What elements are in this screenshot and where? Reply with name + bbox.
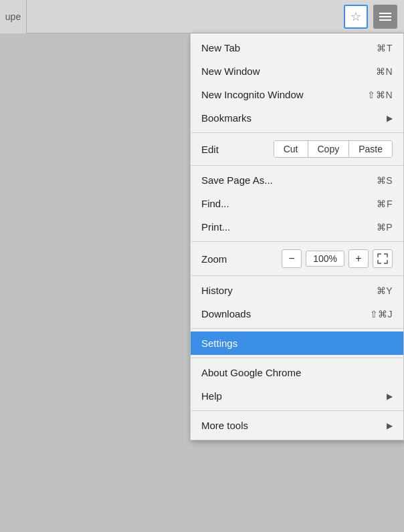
menu-item-shortcut: ⇧⌘J xyxy=(370,309,393,319)
menu-item-shortcut: ⇧⌘N xyxy=(367,90,393,100)
copy-button[interactable]: Copy xyxy=(308,141,350,157)
zoom-controls: − 100% + xyxy=(282,249,393,268)
hamburger-line xyxy=(379,16,391,17)
hamburger-line xyxy=(379,19,391,21)
navigation-section: New Tab ⌘T New Window ⌘N New Incognito W… xyxy=(191,33,403,133)
menu-item-shortcut: ⌘S xyxy=(377,175,393,186)
about-section: About Google Chrome Help ▶ xyxy=(191,358,403,411)
menu-item-find[interactable]: Find... ⌘F xyxy=(191,192,403,215)
menu-item-label: Print... xyxy=(201,221,230,233)
menu-item-new-tab[interactable]: New Tab ⌘T xyxy=(191,36,403,59)
more-tools-section: More tools ▶ xyxy=(191,411,403,440)
menu-item-label: Help xyxy=(201,390,222,402)
zoom-out-button[interactable]: − xyxy=(282,249,302,268)
menu-item-print[interactable]: Print... ⌘P xyxy=(191,215,403,239)
chrome-dropdown-menu: New Tab ⌘T New Window ⌘N New Incognito W… xyxy=(190,33,404,440)
file-section: Save Page As... ⌘S Find... ⌘F Print... ⌘… xyxy=(191,166,403,242)
menu-item-label: History xyxy=(201,285,233,296)
menu-item-label: New Incognito Window xyxy=(201,89,304,100)
menu-item-label: About Google Chrome xyxy=(201,367,301,378)
submenu-arrow-icon: ▶ xyxy=(387,114,393,123)
menu-item-save-page[interactable]: Save Page As... ⌘S xyxy=(191,168,403,192)
menu-item-about-chrome[interactable]: About Google Chrome xyxy=(191,361,403,384)
tab-text: upe xyxy=(5,11,21,22)
edit-label: Edit xyxy=(201,144,268,155)
menu-item-more-tools[interactable]: More tools ▶ xyxy=(191,414,403,437)
zoom-value-display: 100% xyxy=(306,251,344,267)
menu-item-label: New Tab xyxy=(201,42,240,53)
submenu-arrow-icon: ▶ xyxy=(387,392,393,401)
zoom-in-button[interactable]: + xyxy=(348,249,369,268)
menu-item-downloads[interactable]: Downloads ⇧⌘J xyxy=(191,302,403,325)
hamburger-line xyxy=(379,13,391,14)
menu-item-shortcut: ⌘F xyxy=(377,198,393,209)
menu-item-shortcut: ⌘Y xyxy=(377,285,393,296)
edit-button-group: Cut Copy Paste xyxy=(274,140,393,158)
menu-item-label: More tools xyxy=(201,420,248,431)
submenu-arrow-icon: ▶ xyxy=(387,421,393,430)
zoom-fullscreen-button[interactable] xyxy=(373,249,393,268)
browser-section: History ⌘Y Downloads ⇧⌘J xyxy=(191,276,403,329)
zoom-section: Zoom − 100% + xyxy=(191,242,403,276)
bookmark-star-button[interactable]: ☆ xyxy=(344,5,368,29)
fullscreen-icon xyxy=(377,253,388,264)
menu-item-history[interactable]: History ⌘Y xyxy=(191,279,403,302)
star-icon: ☆ xyxy=(350,9,361,24)
tab-label: upe xyxy=(0,0,27,33)
chrome-menu-button[interactable] xyxy=(373,5,397,29)
menu-item-shortcut: ⌘T xyxy=(377,43,393,53)
menu-item-label: Settings xyxy=(201,338,237,349)
menu-item-settings[interactable]: Settings xyxy=(191,331,403,355)
cut-button[interactable]: Cut xyxy=(274,141,308,157)
zoom-row: Zoom − 100% + xyxy=(191,245,403,273)
edit-row: Edit Cut Copy Paste xyxy=(191,136,403,162)
menu-item-help[interactable]: Help ▶ xyxy=(191,384,403,408)
edit-section: Edit Cut Copy Paste xyxy=(191,133,403,166)
menu-item-new-window[interactable]: New Window ⌘N xyxy=(191,59,403,83)
settings-section: Settings xyxy=(191,329,403,358)
menu-item-bookmarks[interactable]: Bookmarks ▶ xyxy=(191,106,403,130)
menu-item-label: New Window xyxy=(201,65,260,77)
zoom-label: Zoom xyxy=(201,253,276,265)
paste-button[interactable]: Paste xyxy=(349,141,392,157)
menu-item-label: Downloads xyxy=(201,308,251,319)
menu-item-new-incognito-window[interactable]: New Incognito Window ⇧⌘N xyxy=(191,83,403,106)
menu-item-label: Save Page As... xyxy=(201,174,273,186)
menu-item-shortcut: ⌘N xyxy=(376,66,393,77)
browser-toolbar: upe ☆ xyxy=(0,0,404,33)
menu-item-label: Find... xyxy=(201,198,229,209)
menu-item-label: Bookmarks xyxy=(201,112,251,124)
menu-item-shortcut: ⌘P xyxy=(377,222,393,233)
